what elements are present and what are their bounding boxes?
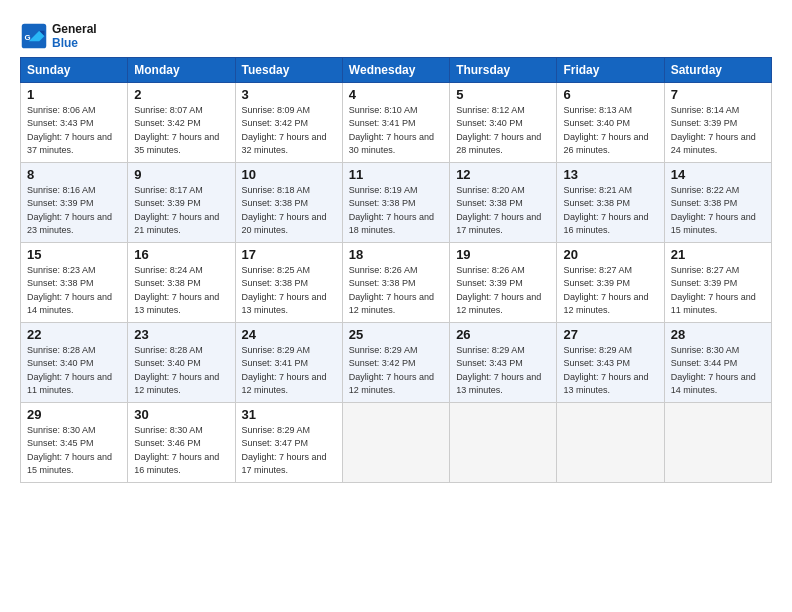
day-info: Sunrise: 8:09 AMSunset: 3:42 PMDaylight:… <box>242 105 327 156</box>
calendar-cell: 14 Sunrise: 8:22 AMSunset: 3:38 PMDaylig… <box>664 162 771 242</box>
day-info: Sunrise: 8:23 AMSunset: 3:38 PMDaylight:… <box>27 265 112 316</box>
day-number: 10 <box>242 167 336 182</box>
calendar-cell <box>450 402 557 482</box>
calendar-cell: 29 Sunrise: 8:30 AMSunset: 3:45 PMDaylig… <box>21 402 128 482</box>
day-number: 7 <box>671 87 765 102</box>
calendar-cell: 4 Sunrise: 8:10 AMSunset: 3:41 PMDayligh… <box>342 82 449 162</box>
calendar-cell: 26 Sunrise: 8:29 AMSunset: 3:43 PMDaylig… <box>450 322 557 402</box>
calendar-cell: 31 Sunrise: 8:29 AMSunset: 3:47 PMDaylig… <box>235 402 342 482</box>
calendar-cell: 5 Sunrise: 8:12 AMSunset: 3:40 PMDayligh… <box>450 82 557 162</box>
calendar-week-1: 1 Sunrise: 8:06 AMSunset: 3:43 PMDayligh… <box>21 82 772 162</box>
calendar-cell: 22 Sunrise: 8:28 AMSunset: 3:40 PMDaylig… <box>21 322 128 402</box>
calendar-cell: 19 Sunrise: 8:26 AMSunset: 3:39 PMDaylig… <box>450 242 557 322</box>
day-number: 23 <box>134 327 228 342</box>
day-number: 20 <box>563 247 657 262</box>
calendar-cell: 27 Sunrise: 8:29 AMSunset: 3:43 PMDaylig… <box>557 322 664 402</box>
calendar-cell: 24 Sunrise: 8:29 AMSunset: 3:41 PMDaylig… <box>235 322 342 402</box>
calendar-cell: 9 Sunrise: 8:17 AMSunset: 3:39 PMDayligh… <box>128 162 235 242</box>
calendar-cell: 3 Sunrise: 8:09 AMSunset: 3:42 PMDayligh… <box>235 82 342 162</box>
calendar-cell <box>557 402 664 482</box>
day-info: Sunrise: 8:29 AMSunset: 3:41 PMDaylight:… <box>242 345 327 396</box>
day-number: 8 <box>27 167 121 182</box>
day-info: Sunrise: 8:30 AMSunset: 3:45 PMDaylight:… <box>27 425 112 476</box>
day-info: Sunrise: 8:26 AMSunset: 3:39 PMDaylight:… <box>456 265 541 316</box>
day-number: 2 <box>134 87 228 102</box>
calendar-cell: 28 Sunrise: 8:30 AMSunset: 3:44 PMDaylig… <box>664 322 771 402</box>
day-info: Sunrise: 8:26 AMSunset: 3:38 PMDaylight:… <box>349 265 434 316</box>
day-number: 16 <box>134 247 228 262</box>
day-info: Sunrise: 8:29 AMSunset: 3:43 PMDaylight:… <box>563 345 648 396</box>
logo-text: General Blue <box>52 22 97 51</box>
calendar-cell: 11 Sunrise: 8:19 AMSunset: 3:38 PMDaylig… <box>342 162 449 242</box>
day-info: Sunrise: 8:30 AMSunset: 3:46 PMDaylight:… <box>134 425 219 476</box>
calendar-week-3: 15 Sunrise: 8:23 AMSunset: 3:38 PMDaylig… <box>21 242 772 322</box>
logo-icon: G <box>20 22 48 50</box>
day-number: 19 <box>456 247 550 262</box>
calendar-page: G General Blue SundayMondayTuesdayWednes… <box>0 0 792 493</box>
day-info: Sunrise: 8:16 AMSunset: 3:39 PMDaylight:… <box>27 185 112 236</box>
calendar-cell: 20 Sunrise: 8:27 AMSunset: 3:39 PMDaylig… <box>557 242 664 322</box>
weekday-header-wednesday: Wednesday <box>342 57 449 82</box>
day-number: 24 <box>242 327 336 342</box>
day-info: Sunrise: 8:28 AMSunset: 3:40 PMDaylight:… <box>134 345 219 396</box>
calendar-week-4: 22 Sunrise: 8:28 AMSunset: 3:40 PMDaylig… <box>21 322 772 402</box>
day-number: 29 <box>27 407 121 422</box>
calendar-cell: 21 Sunrise: 8:27 AMSunset: 3:39 PMDaylig… <box>664 242 771 322</box>
day-info: Sunrise: 8:17 AMSunset: 3:39 PMDaylight:… <box>134 185 219 236</box>
day-info: Sunrise: 8:07 AMSunset: 3:42 PMDaylight:… <box>134 105 219 156</box>
day-info: Sunrise: 8:22 AMSunset: 3:38 PMDaylight:… <box>671 185 756 236</box>
calendar-cell: 2 Sunrise: 8:07 AMSunset: 3:42 PMDayligh… <box>128 82 235 162</box>
day-number: 13 <box>563 167 657 182</box>
day-number: 17 <box>242 247 336 262</box>
day-info: Sunrise: 8:30 AMSunset: 3:44 PMDaylight:… <box>671 345 756 396</box>
day-number: 11 <box>349 167 443 182</box>
calendar-cell: 12 Sunrise: 8:20 AMSunset: 3:38 PMDaylig… <box>450 162 557 242</box>
day-info: Sunrise: 8:13 AMSunset: 3:40 PMDaylight:… <box>563 105 648 156</box>
day-info: Sunrise: 8:21 AMSunset: 3:38 PMDaylight:… <box>563 185 648 236</box>
calendar-cell: 30 Sunrise: 8:30 AMSunset: 3:46 PMDaylig… <box>128 402 235 482</box>
calendar-cell: 18 Sunrise: 8:26 AMSunset: 3:38 PMDaylig… <box>342 242 449 322</box>
day-info: Sunrise: 8:24 AMSunset: 3:38 PMDaylight:… <box>134 265 219 316</box>
day-info: Sunrise: 8:29 AMSunset: 3:42 PMDaylight:… <box>349 345 434 396</box>
day-number: 30 <box>134 407 228 422</box>
day-number: 6 <box>563 87 657 102</box>
day-number: 4 <box>349 87 443 102</box>
weekday-header-saturday: Saturday <box>664 57 771 82</box>
weekday-header-row: SundayMondayTuesdayWednesdayThursdayFrid… <box>21 57 772 82</box>
calendar-cell: 8 Sunrise: 8:16 AMSunset: 3:39 PMDayligh… <box>21 162 128 242</box>
day-number: 9 <box>134 167 228 182</box>
day-info: Sunrise: 8:06 AMSunset: 3:43 PMDaylight:… <box>27 105 112 156</box>
day-info: Sunrise: 8:27 AMSunset: 3:39 PMDaylight:… <box>671 265 756 316</box>
calendar-week-2: 8 Sunrise: 8:16 AMSunset: 3:39 PMDayligh… <box>21 162 772 242</box>
day-number: 31 <box>242 407 336 422</box>
day-number: 27 <box>563 327 657 342</box>
day-number: 14 <box>671 167 765 182</box>
day-info: Sunrise: 8:18 AMSunset: 3:38 PMDaylight:… <box>242 185 327 236</box>
weekday-header-friday: Friday <box>557 57 664 82</box>
calendar-week-5: 29 Sunrise: 8:30 AMSunset: 3:45 PMDaylig… <box>21 402 772 482</box>
calendar-cell: 13 Sunrise: 8:21 AMSunset: 3:38 PMDaylig… <box>557 162 664 242</box>
day-info: Sunrise: 8:10 AMSunset: 3:41 PMDaylight:… <box>349 105 434 156</box>
day-number: 5 <box>456 87 550 102</box>
day-info: Sunrise: 8:29 AMSunset: 3:43 PMDaylight:… <box>456 345 541 396</box>
weekday-header-monday: Monday <box>128 57 235 82</box>
calendar-cell: 16 Sunrise: 8:24 AMSunset: 3:38 PMDaylig… <box>128 242 235 322</box>
day-number: 1 <box>27 87 121 102</box>
day-info: Sunrise: 8:25 AMSunset: 3:38 PMDaylight:… <box>242 265 327 316</box>
calendar-cell: 7 Sunrise: 8:14 AMSunset: 3:39 PMDayligh… <box>664 82 771 162</box>
calendar-cell <box>664 402 771 482</box>
calendar-cell: 25 Sunrise: 8:29 AMSunset: 3:42 PMDaylig… <box>342 322 449 402</box>
calendar-cell: 10 Sunrise: 8:18 AMSunset: 3:38 PMDaylig… <box>235 162 342 242</box>
day-info: Sunrise: 8:20 AMSunset: 3:38 PMDaylight:… <box>456 185 541 236</box>
day-info: Sunrise: 8:27 AMSunset: 3:39 PMDaylight:… <box>563 265 648 316</box>
calendar-cell: 17 Sunrise: 8:25 AMSunset: 3:38 PMDaylig… <box>235 242 342 322</box>
day-number: 15 <box>27 247 121 262</box>
day-info: Sunrise: 8:28 AMSunset: 3:40 PMDaylight:… <box>27 345 112 396</box>
weekday-header-thursday: Thursday <box>450 57 557 82</box>
calendar-table: SundayMondayTuesdayWednesdayThursdayFrid… <box>20 57 772 483</box>
day-number: 12 <box>456 167 550 182</box>
day-info: Sunrise: 8:19 AMSunset: 3:38 PMDaylight:… <box>349 185 434 236</box>
day-number: 21 <box>671 247 765 262</box>
logo: G General Blue <box>20 22 97 51</box>
calendar-cell: 6 Sunrise: 8:13 AMSunset: 3:40 PMDayligh… <box>557 82 664 162</box>
